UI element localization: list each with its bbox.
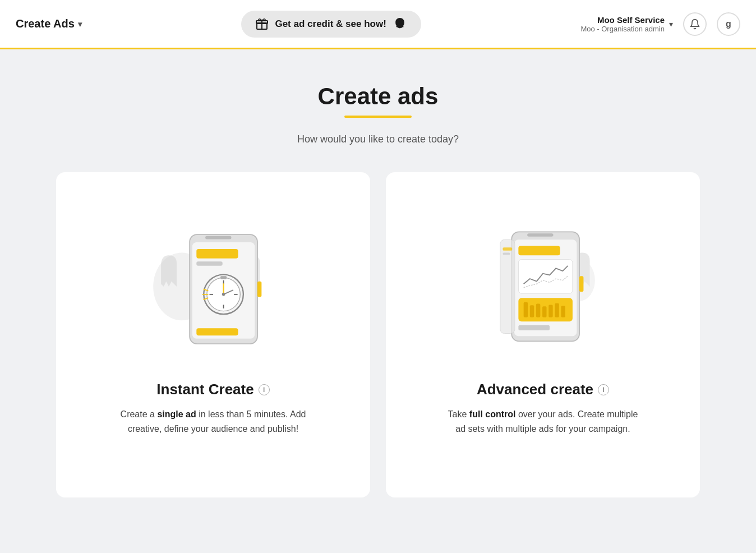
topbar-right: Moo Self Service Moo - Organisation admi… bbox=[580, 12, 740, 36]
svg-rect-7 bbox=[196, 249, 238, 259]
notifications-bell-button[interactable] bbox=[683, 12, 707, 36]
advanced-create-desc: Take full control over your ads. Create … bbox=[448, 407, 638, 436]
page-subtitle: How would you like to create today? bbox=[297, 133, 459, 145]
instant-create-illustration bbox=[135, 195, 292, 363]
brand-label: Create Ads bbox=[16, 17, 75, 30]
svg-rect-36 bbox=[555, 303, 559, 317]
instant-create-card[interactable]: Instant Create i Create a single ad in l… bbox=[56, 172, 370, 497]
svg-rect-23 bbox=[257, 282, 261, 297]
account-chevron-icon[interactable]: ▾ bbox=[669, 20, 673, 29]
page-title: Create ads bbox=[318, 83, 439, 110]
cards-container: Instant Create i Create a single ad in l… bbox=[42, 172, 714, 497]
topbar-left: Create Ads ▾ bbox=[16, 17, 82, 30]
svg-rect-8 bbox=[196, 261, 222, 265]
svg-rect-29 bbox=[518, 260, 573, 293]
svg-rect-37 bbox=[561, 306, 565, 317]
svg-rect-22 bbox=[196, 328, 238, 335]
svg-rect-18 bbox=[220, 276, 227, 279]
svg-rect-42 bbox=[503, 253, 510, 255]
advanced-create-card[interactable]: Advanced create i Take full control over… bbox=[386, 172, 700, 497]
advanced-create-title: Advanced create i bbox=[477, 381, 609, 398]
svg-rect-33 bbox=[536, 304, 540, 317]
instant-create-title: Instant Create i bbox=[156, 381, 269, 398]
title-underline bbox=[344, 116, 412, 118]
ad-credit-label: Get ad credit & see how! bbox=[275, 19, 386, 30]
account-name-block: Moo Self Service Moo - Organisation admi… bbox=[580, 15, 665, 33]
bell-icon bbox=[689, 19, 700, 30]
main-content: Create ads How would you like to create … bbox=[0, 49, 756, 520]
svg-rect-34 bbox=[542, 306, 546, 317]
instant-create-desc: Create a single ad in less than 5 minute… bbox=[118, 407, 308, 436]
svg-rect-31 bbox=[524, 302, 528, 317]
user-avatar-button[interactable]: g bbox=[717, 12, 740, 36]
svg-rect-27 bbox=[527, 233, 553, 237]
create-ads-menu[interactable]: Create Ads ▾ bbox=[16, 17, 82, 30]
gift-icon bbox=[255, 17, 269, 31]
svg-rect-39 bbox=[579, 276, 583, 292]
svg-rect-32 bbox=[530, 305, 534, 317]
svg-rect-35 bbox=[548, 305, 552, 317]
snapchat-ghost-icon bbox=[392, 16, 408, 32]
svg-rect-6 bbox=[205, 236, 231, 239]
avatar-initial: g bbox=[726, 19, 731, 29]
svg-rect-41 bbox=[503, 247, 513, 251]
account-info[interactable]: Moo Self Service Moo - Organisation admi… bbox=[580, 15, 673, 33]
topbar: Create Ads ▾ Get ad credit & see how! M bbox=[0, 0, 756, 49]
ad-credit-button[interactable]: Get ad credit & see how! bbox=[241, 11, 421, 38]
account-name: Moo Self Service bbox=[580, 15, 665, 25]
svg-point-17 bbox=[222, 293, 225, 296]
account-role: Moo - Organisation admin bbox=[580, 25, 665, 33]
advanced-create-illustration bbox=[464, 195, 621, 363]
svg-rect-28 bbox=[518, 246, 560, 256]
advanced-create-info-icon[interactable]: i bbox=[598, 384, 609, 395]
brand-chevron[interactable]: ▾ bbox=[78, 20, 82, 29]
svg-rect-38 bbox=[518, 325, 550, 330]
instant-create-info-icon[interactable]: i bbox=[259, 384, 270, 395]
